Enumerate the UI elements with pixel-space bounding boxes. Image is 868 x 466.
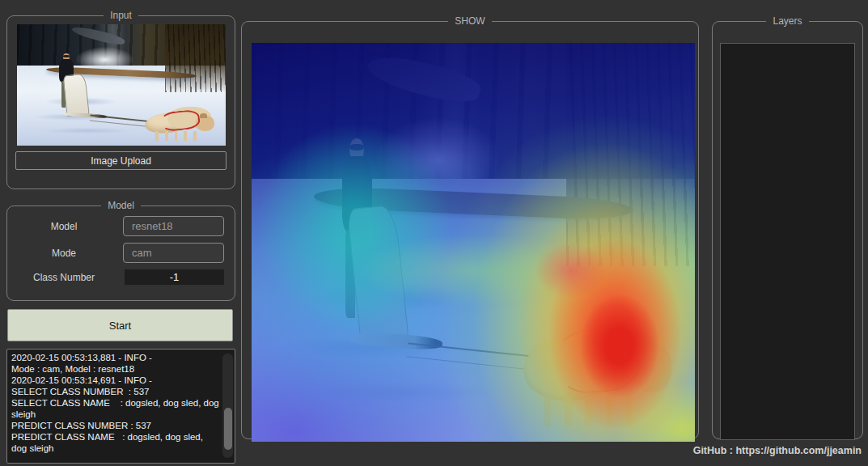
- model-field-row: Model: [7, 216, 224, 236]
- show-panel-title: SHOW: [448, 16, 491, 27]
- log-scrollbar[interactable]: [222, 354, 233, 458]
- sled-board: [63, 73, 91, 116]
- model-field-label: Model: [7, 221, 121, 232]
- log-output[interactable]: 2020-02-15 00:53:13,881 - INFO - Mode : …: [6, 349, 235, 464]
- model-panel: Model Model Mode Class Number: [6, 201, 235, 301]
- image-upload-button[interactable]: Image Upload: [15, 151, 227, 170]
- mode-field-input[interactable]: [123, 243, 224, 263]
- layers-list[interactable]: [720, 43, 855, 440]
- sled-dogs: [142, 104, 214, 142]
- input-panel-title: Input: [104, 11, 138, 21]
- class-number-field-label: Class Number: [7, 272, 121, 283]
- github-credit: GitHub : https://github.com/jjeamin: [693, 445, 862, 456]
- model-field-input[interactable]: [123, 216, 224, 236]
- mode-field-row: Mode: [7, 243, 224, 263]
- dog-legs: [155, 131, 201, 142]
- input-panel: Input Image Upload: [6, 11, 235, 189]
- log-scrollbar-thumb[interactable]: [224, 408, 232, 450]
- dogsled-photo-scene: [17, 24, 226, 146]
- layers-panel: Layers: [712, 16, 863, 439]
- cam-result-image: [252, 43, 695, 442]
- show-panel: SHOW: [241, 16, 699, 439]
- log-text: 2020-02-15 00:53:13,881 - INFO - Mode : …: [11, 352, 220, 460]
- right-trees: [165, 24, 226, 92]
- start-button[interactable]: Start: [7, 309, 233, 341]
- class-number-field-row: Class Number: [7, 269, 224, 285]
- input-image: [17, 24, 226, 146]
- class-number-input[interactable]: [125, 269, 224, 285]
- layers-panel-title: Layers: [766, 16, 808, 27]
- gradcam-app-window: Input Image Upload Model Model: [0, 0, 868, 466]
- mode-field-label: Mode: [7, 248, 121, 259]
- snow-tracks: [29, 87, 159, 138]
- model-panel-title: Model: [101, 201, 141, 211]
- cam-heatmap-overlay: [252, 43, 695, 442]
